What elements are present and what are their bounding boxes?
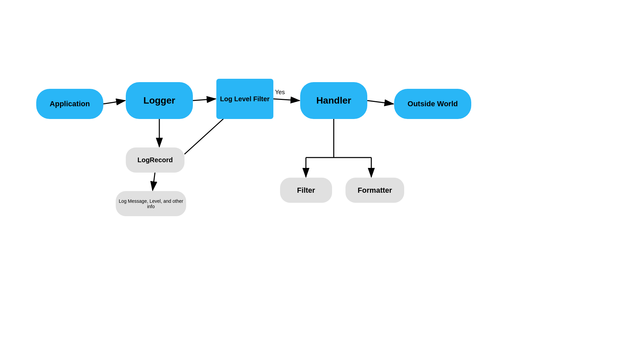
logger-label: Logger xyxy=(144,95,175,106)
filter-label: Filter xyxy=(297,186,315,195)
handler-label: Handler xyxy=(316,95,351,106)
node-log-message: Log Message, Level, and other info xyxy=(116,191,186,216)
formatter-label: Formatter xyxy=(358,186,392,195)
yes-label: Yes xyxy=(275,89,285,96)
log-record-label: LogRecord xyxy=(138,156,173,164)
application-label: Application xyxy=(50,100,90,108)
node-application: Application xyxy=(36,89,103,119)
diagram-container: Application Logger Log Level Filter Hand… xyxy=(0,0,644,362)
node-filter: Filter xyxy=(280,178,332,203)
node-outside-world: Outside World xyxy=(394,89,471,119)
svg-line-3 xyxy=(273,99,300,101)
log-level-filter-label: Log Level Filter xyxy=(220,95,270,103)
node-formatter: Formatter xyxy=(345,178,404,203)
node-logger: Logger xyxy=(126,82,193,119)
node-log-level-filter: Log Level Filter xyxy=(216,79,273,119)
svg-line-4 xyxy=(367,101,393,104)
node-log-record: LogRecord xyxy=(126,147,184,173)
log-message-label: Log Message, Level, and other info xyxy=(116,198,186,209)
outside-world-label: Outside World xyxy=(408,100,458,108)
svg-line-1 xyxy=(103,101,125,104)
svg-line-6 xyxy=(153,173,155,190)
node-handler: Handler xyxy=(300,82,367,119)
svg-line-2 xyxy=(193,99,216,101)
